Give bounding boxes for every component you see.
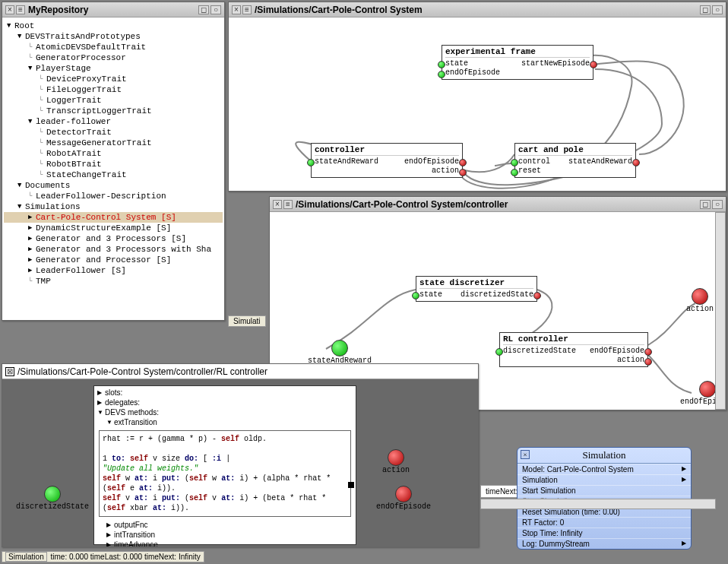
port-out[interactable] [644,358,652,366]
node-title: state discretizer [419,278,533,289]
node-title: cart and pole [518,145,632,156]
node-title: RL controller [503,334,644,345]
port-out[interactable] [632,159,640,166]
statusbar-label[interactable]: Simulation [5,552,47,562]
tree-item[interactable]: └LoggerTrait [4,95,223,106]
node-cart-and-pole[interactable]: cart and pole controlstateAndReward rese… [514,143,636,178]
sim-menu-item[interactable]: Start Simulation [518,485,691,496]
tree-item[interactable]: └DeviceProxyTrait [4,74,223,84]
tree-item[interactable]: ▼leader-follower [4,116,223,127]
close-icon[interactable]: × [273,200,282,209]
sim-menu-item[interactable]: Model: Cart-Pole-Control System▶ [518,464,691,474]
tree-item[interactable]: ▼Simulations [4,201,223,212]
tree-item[interactable]: └FileLoggerTrait [4,84,223,95]
code-section-list[interactable]: ▶outputFnc ▶intTransition ▶timeAdvance ▶… [94,518,356,547]
port-in[interactable] [511,159,518,166]
node-title: experimental frame [445,47,590,58]
node-experimental-frame[interactable]: experimental frame statestartNewEpisode … [442,45,593,80]
tree-item[interactable]: ▶Generator and Processor [S] [4,255,223,265]
tree-item[interactable]: ▼Documents [4,180,223,191]
port-in[interactable] [438,61,445,68]
node-controller[interactable]: controller stateAndRewardendOfEpisode ac… [311,143,463,178]
repository-title: MyRepository [28,5,198,15]
freeport-stateandreward[interactable]: stateAndReward [308,340,372,365]
port-out[interactable] [459,159,467,166]
menu-icon[interactable]: ≡ [283,200,293,209]
editor-canvas[interactable]: discretizedState ▶slots: ▶delegates: ▼DE… [2,379,478,547]
tree-item[interactable]: └GeneratorProcessor [4,52,223,63]
editor-window: ⊠ /Simulations/Cart-Pole-Control System/… [2,363,479,547]
resize-handle[interactable] [348,482,354,488]
grow-icon[interactable]: ○ [712,200,723,209]
canvas-controller-title: /Simulations/Cart-Pole-Control System/co… [296,199,700,210]
canvas-cartpole-window: × ≡ /Simulations/Cart-Pole-Control Syste… [228,2,726,192]
repository-titlebar[interactable]: × ≡ MyRepository ◻ ○ [2,2,224,17]
code-panel[interactable]: ▶slots: ▶delegates: ▼DEVS methods: ▼extT… [93,385,356,545]
repository-window: × ≡ MyRepository ◻ ○ ▼Root▼DEVSTraitsAnd… [2,2,225,321]
canvas-cartpole-titlebar[interactable]: × ≡ /Simulations/Cart-Pole-Control Syste… [229,2,726,17]
tree-item[interactable]: └DetectorTrait [4,127,223,138]
close-icon[interactable]: × [521,450,530,459]
status-bar: Simulation time: 0.000 timeLast: 0.000 t… [2,551,204,562]
sim-menu-item[interactable]: Log: DummyStream▶ [518,538,691,549]
code-editor[interactable]: rhat := r + (gamma * p) - self oldp.1 to… [99,430,351,517]
port-out[interactable] [459,169,467,176]
editor-port-in[interactable]: discretizedState [16,486,89,511]
code-section-list[interactable]: ▶slots: ▶delegates: ▼DEVS methods: ▼extT… [94,386,356,429]
tree-item[interactable]: └LeaderFollower-Description [4,191,223,201]
freeport-action[interactable]: action [686,288,714,313]
tree-item[interactable]: └RobotATrait [4,148,223,159]
simulation-title[interactable]: × Simulation [518,448,691,464]
vertical-scrollbar[interactable] [715,212,726,410]
repository-tree[interactable]: ▼Root▼DEVSTraitsAndPrototypes└AtomicDEVS… [2,17,224,320]
grow-icon[interactable]: ○ [210,5,221,14]
tree-item[interactable]: ▶DynamicStructureExample [S] [4,223,223,233]
tree-item[interactable]: └TMP [4,276,223,287]
tree-item[interactable]: └AtomicDEVSDefaultTrait [4,42,223,52]
close-icon[interactable]: ⊠ [5,367,14,376]
port-in[interactable] [495,348,503,356]
port-out[interactable] [644,348,652,356]
tree-item[interactable]: ▼PlayerStage [4,63,223,74]
port-in[interactable] [412,292,419,299]
port-out[interactable] [533,292,541,299]
canvas-cartpole[interactable]: experimental frame statestartNewEpisode … [229,17,726,191]
canvas-controller-titlebar[interactable]: × ≡ /Simulations/Cart-Pole-Control Syste… [270,197,726,212]
canvas-cartpole-title: /Simulations/Cart-Pole-Control System [255,5,700,15]
tree-item[interactable]: └MessageGeneratorTrait [4,138,223,148]
editor-port-action[interactable]: action [382,449,410,474]
grow-icon[interactable]: ○ [712,5,723,14]
editor-titlebar[interactable]: ⊠ /Simulations/Cart-Pole-Control System/… [2,364,478,379]
tree-item[interactable]: └RobotBTrait [4,159,223,170]
port-in[interactable] [307,159,315,166]
tree-item[interactable]: ▼DEVSTraitsAndPrototypes [4,31,223,42]
horizontal-scrollbar[interactable] [480,499,716,509]
sim-menu-item[interactable]: Stop Time: Infinity [518,528,691,538]
editor-title: /Simulations/Cart-Pole-Control System/co… [17,366,475,377]
port-in[interactable] [438,71,445,78]
node-state-discretizer[interactable]: state discretizer statediscretizedState [416,276,537,302]
node-title: controller [315,145,459,156]
tab-stub[interactable]: Simulati [228,315,266,327]
menu-icon[interactable]: ≡ [242,5,252,14]
tree-item[interactable]: ▶Generator and 3 Processors [S] [4,233,223,244]
collapse-icon[interactable]: ◻ [198,5,209,14]
tree-item[interactable]: └TranscriptLoggerTrait [4,106,223,116]
collapse-icon[interactable]: ◻ [700,5,711,14]
node-rl-controller[interactable]: RL controller discretizedStateendOfEpiso… [499,332,648,367]
tree-item[interactable]: ▼Root [4,21,223,31]
tree-item[interactable]: └StateChangeTrait [4,170,223,180]
statusbar-text: time: 0.000 timeLast: 0.000 timeNext: In… [50,553,200,561]
menu-icon[interactable]: ≡ [16,5,25,14]
close-icon[interactable]: × [232,5,241,14]
collapse-icon[interactable]: ◻ [700,200,711,209]
sim-menu-item[interactable]: Simulation▶ [518,474,691,485]
tree-item[interactable]: ▶LeaderFollower [S] [4,265,223,276]
port-out[interactable] [590,61,597,68]
close-icon[interactable]: × [5,5,14,14]
sim-menu-item[interactable]: RT Factor: 0 [518,517,691,528]
tree-item[interactable]: ▶Cart-Pole-Control System [S] [4,212,223,223]
editor-port-endofepisode[interactable]: endOfEpisode [376,486,431,511]
tree-item[interactable]: ▶Generator and 3 Processors with Sha [4,244,223,255]
port-in[interactable] [511,169,518,176]
